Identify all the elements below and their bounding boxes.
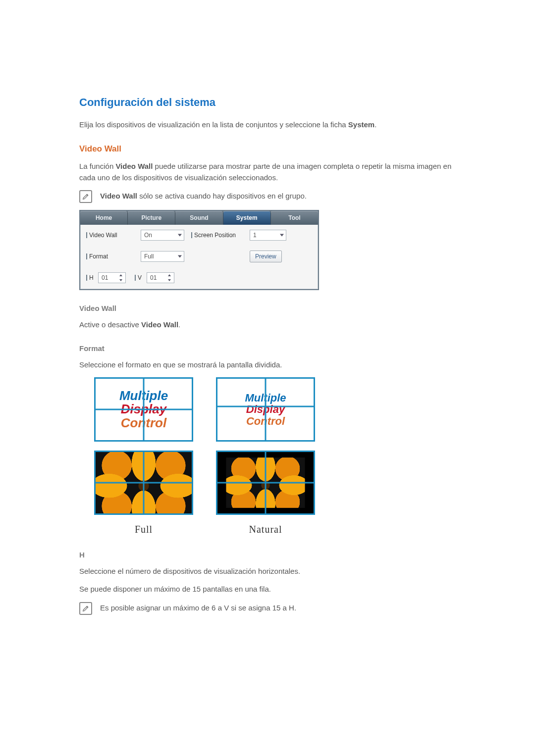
label-video-wall: Video Wall [86,231,141,240]
spinner-v[interactable]: 01 [147,272,174,283]
tab-picture[interactable]: Picture [128,211,175,225]
vw-item-suffix: . [178,320,180,329]
grid-line-icon [217,405,314,407]
flower-full-image [94,451,193,515]
settings-panel: Home Picture Sound System Tool Video Wal… [79,210,319,290]
dropdown-video-wall[interactable]: On [141,230,184,241]
video-wall-description: La función Video Wall puede utilizarse p… [79,161,456,183]
tab-home[interactable]: Home [80,211,128,225]
dropdown-format-value: Full [144,252,154,261]
note-text: Video Wall sólo se activa cuando hay dis… [100,190,456,202]
vw-item-bold: Video Wall [141,320,178,329]
intro-bold: System [348,120,374,129]
note-row: Video Wall sólo se activa cuando hay dis… [79,190,456,203]
format-item-text: Seleccione el formato en que se mostrará… [79,359,456,371]
label-video-wall-text: Video Wall [89,231,117,240]
document-page: Configuración del sistema Elija los disp… [0,0,535,756]
spinner-v-value: 01 [150,273,157,282]
dropdown-screen-position-value: 1 [253,231,257,240]
vw-desc-bold: Video Wall [115,162,153,170]
tab-system[interactable]: System [223,211,271,225]
format-figures-row-2: Full Natural [94,451,456,537]
video-wall-heading: Video Wall [79,143,456,155]
intro-text: Elija los dispositivos de visualización … [79,120,348,129]
note-bold: Video Wall [100,192,137,200]
pencil-icon [82,605,90,612]
spinner-h[interactable]: 01 [98,272,126,283]
note-icon [79,190,92,203]
vw-item-title: Video Wall [79,303,456,314]
dropdown-video-wall-value: On [144,231,152,240]
figure-natural-flower: Natural [216,451,315,537]
format-figures-row-1: Multiple Display Control Multiple Displa… [94,377,456,442]
note-rest: sólo se activa cuando hay dispositivos e… [137,192,307,200]
note-row-h: Es posible asignar un máximo de 6 a V si… [79,602,456,615]
pencil-icon [82,193,90,201]
note-text-h: Es posible asignar un máximo de 6 a V si… [100,602,456,614]
preview-button[interactable]: Preview [250,251,282,262]
spinner-h-value: 01 [102,273,108,282]
label-v-text: V [138,273,142,282]
mdc-full-image: Multiple Display Control [94,377,193,442]
label-screen-position: Screen Position [191,231,250,240]
tab-sound[interactable]: Sound [175,211,223,225]
spinner-arrows-icon [117,273,124,283]
figure-full-flower: Full [94,451,193,537]
tab-bar: Home Picture Sound System Tool [80,211,318,225]
flower-natural-image [216,451,315,515]
vw-desc-prefix: La función [79,162,115,170]
label-h: H [86,273,98,282]
h-item-title: H [79,550,456,561]
panel-body: Video Wall On Screen Position 1 Format F… [80,225,318,289]
grid-line-icon [217,482,314,484]
h-item-text1: Seleccione el número de dispositivos de … [79,566,456,577]
grid-line-icon [265,379,267,440]
tab-tool[interactable]: Tool [271,211,318,225]
format-item-title: Format [79,343,456,354]
caption-natural: Natural [216,522,315,537]
dropdown-format[interactable]: Full [141,251,184,262]
mdc-natural-image: Multiple Display Control [216,377,315,442]
figure-full-mdc: Multiple Display Control [94,377,193,442]
label-h-text: H [89,273,94,282]
vw-item-text: Active o desactive Video Wall. [79,319,456,331]
caption-full: Full [94,522,193,537]
spinner-arrows-icon [166,273,173,283]
chevron-down-icon [280,234,284,237]
h-item-text2: Se puede disponer un máximo de 15 pantal… [79,584,456,595]
label-format: Format [86,252,141,261]
intro-suffix: . [374,120,376,129]
page-title: Configuración del sistema [79,94,456,110]
chevron-down-icon [178,255,182,258]
chevron-down-icon [178,234,182,237]
dropdown-screen-position[interactable]: 1 [250,230,286,241]
grid-line-icon [96,482,192,484]
label-screen-position-text: Screen Position [194,231,236,240]
vw-item-prefix: Active o desactive [79,320,141,329]
grid-line-icon [96,409,192,410]
label-v: V [135,273,147,282]
intro-paragraph: Elija los dispositivos de visualización … [79,119,456,131]
figure-natural-mdc: Multiple Display Control [216,377,315,442]
note-icon [79,602,92,615]
label-format-text: Format [89,252,108,261]
